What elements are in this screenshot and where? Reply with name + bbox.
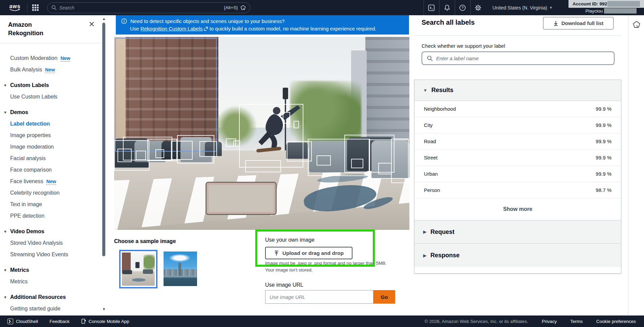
sample-image-street[interactable] xyxy=(119,250,157,288)
detection-box xyxy=(199,141,217,157)
mini-car xyxy=(143,269,153,274)
download-full-list-button[interactable]: Download full list xyxy=(543,17,614,29)
sidebar-item-facial-analysis[interactable]: Facial analysis xyxy=(0,153,101,164)
aws-logo-text: aws xyxy=(9,4,20,9)
region-selector[interactable]: United States (N. Virginia) ▼ xyxy=(486,5,560,10)
cloudshell-icon: ❯_ xyxy=(7,319,13,324)
svg-text:?: ? xyxy=(461,6,464,10)
search-placeholder: Search xyxy=(59,5,224,10)
sidebar-item-label: Use Custom Labels xyxy=(10,91,58,103)
results-section-header[interactable]: ▼ Results xyxy=(414,80,621,101)
custom-labels-link[interactable]: Rekognition Custom Labels xyxy=(141,26,202,31)
sidebar-item-metrics[interactable]: Metrics xyxy=(0,276,101,287)
search-icon xyxy=(427,56,433,61)
sidebar-section-video-demos[interactable]: ▼Video Demos xyxy=(0,226,101,237)
check-label-text: Check whether we support your label xyxy=(422,43,505,49)
top-nav: aws Search [Alt+S] xyxy=(0,0,644,15)
copyright: © 2026, Amazon Web Services, Inc. or its… xyxy=(425,319,528,324)
feedback-button[interactable]: Feedback xyxy=(49,319,69,324)
divider xyxy=(27,3,27,12)
sidebar-scrollbar[interactable]: ▲ ▼ xyxy=(101,15,107,315)
footer-link-privacy[interactable]: Privacy xyxy=(542,319,557,324)
new-badge: New xyxy=(61,55,70,62)
sidebar-item-label: Metrics xyxy=(10,264,29,276)
detection-box xyxy=(245,160,281,172)
mini-shadow xyxy=(132,278,146,282)
sample-image-skyline[interactable] xyxy=(164,252,197,286)
console-search-input[interactable]: Search [Alt+S] xyxy=(47,2,250,13)
label-detection-image[interactable] xyxy=(114,37,409,230)
result-label: Street xyxy=(424,155,437,160)
sidebar-item-custom-moderation[interactable]: Custom ModerationNew xyxy=(0,52,101,64)
scroll-up-icon[interactable]: ▲ xyxy=(102,17,106,21)
results-card: ▼ Results Neighborhood99.9 %City99.9 %Ro… xyxy=(414,80,621,274)
upload-note: Your image isn't stored. xyxy=(265,267,313,272)
result-confidence: 98.7 % xyxy=(596,187,611,193)
search-icon xyxy=(51,5,57,10)
external-link-icon xyxy=(204,27,208,31)
mini-cloud xyxy=(170,254,190,262)
notifications-bell-icon[interactable] xyxy=(439,0,455,15)
sidebar-section-metrics[interactable]: ▼Metrics xyxy=(0,264,101,276)
upload-button[interactable]: Upload or drag and drop xyxy=(265,247,352,259)
sidebar-item-streaming-video-events[interactable]: Streaming Video Events xyxy=(0,249,101,260)
cloudshell-button[interactable]: ❯_ CloudShell xyxy=(7,319,38,324)
image-url-input[interactable]: Use image URL xyxy=(265,290,373,304)
sidebar-item-use-custom-labels[interactable]: Use Custom Labels xyxy=(0,91,101,103)
sidebar-item-getting-started-guide[interactable]: Getting started guide xyxy=(0,303,101,314)
sidebar-item-text-in-image[interactable]: Text in image xyxy=(0,199,101,210)
response-section-header[interactable]: ▶ Response xyxy=(414,243,621,267)
detection-box xyxy=(378,163,392,174)
detection-box xyxy=(317,155,331,166)
sidebar-item-face-liveness[interactable]: Face livenessNew xyxy=(0,176,101,187)
settings-gear-icon[interactable] xyxy=(470,0,486,15)
mini-tower xyxy=(178,263,181,276)
sidebar-item-image-properties[interactable]: Image properties xyxy=(0,130,101,141)
footer-link-terms[interactable]: Terms xyxy=(570,319,583,324)
aws-logo[interactable]: aws xyxy=(7,4,22,12)
label-search-input[interactable]: Enter a label name xyxy=(422,51,615,65)
sidebar-item-label: Custom Moderation xyxy=(10,52,58,64)
sidebar-section-custom-labels[interactable]: ▼Custom Labels xyxy=(0,80,101,91)
result-row-person: Person98.7 % xyxy=(414,182,621,198)
account-menu[interactable]: Playclou xyxy=(585,8,603,14)
console-mobile-app-button[interactable]: Console Mobile App xyxy=(81,319,129,324)
scrollbar-thumb[interactable] xyxy=(102,23,105,256)
sidebar-item-face-comparison[interactable]: Face comparison xyxy=(0,164,101,176)
sidebar-item-image-moderation[interactable]: Image moderation xyxy=(0,141,101,153)
chevron-down-icon: ▼ xyxy=(3,264,7,276)
mini-person xyxy=(135,262,139,268)
info-icon xyxy=(121,18,127,24)
show-more-link[interactable]: Show more xyxy=(414,198,621,220)
sidebar-section-additional-resources[interactable]: ▼Additional Resources xyxy=(0,291,101,303)
chevron-down-icon: ▼ xyxy=(3,80,7,91)
result-row-city: City99.9 % xyxy=(414,117,621,133)
sidebar-item-label: Text in image xyxy=(10,199,42,210)
sidebar-item-label-detection[interactable]: Label detection xyxy=(0,118,101,130)
go-button[interactable]: Go xyxy=(373,290,395,304)
scroll-down-icon[interactable]: ▼ xyxy=(102,307,106,311)
own-image-heading: Use your own image xyxy=(265,237,315,243)
sidebar-section-demos[interactable]: ▼Demos xyxy=(0,107,101,118)
detection-box xyxy=(115,38,217,152)
cloudshell-icon[interactable] xyxy=(424,0,439,15)
sidebar-item-stored-video-analysis[interactable]: Stored Video Analysis xyxy=(0,237,101,249)
chevron-down-icon: ▼ xyxy=(549,6,553,9)
sidebar-item-bulk-analysis[interactable]: Bulk AnalysisNew xyxy=(0,64,101,75)
close-icon[interactable]: ✕ xyxy=(89,21,95,38)
help-icon[interactable]: ? xyxy=(455,0,470,15)
sidebar-item-celebrity-recognition[interactable]: Celebrity recognition xyxy=(0,187,101,199)
detection-box xyxy=(155,149,164,158)
detection-box xyxy=(117,149,132,162)
mobile-app-label: Console Mobile App xyxy=(89,319,129,324)
services-grid-icon[interactable] xyxy=(32,4,39,11)
sidebar-item-ppe-detection[interactable]: PPE detection xyxy=(0,210,101,222)
sidebar-item-label: Label detection xyxy=(10,118,50,130)
footer-links: PrivacyTermsCookie preferences xyxy=(542,319,636,324)
sidebar-item-label: Custom Labels xyxy=(10,80,49,91)
amazon-q-panel-icon[interactable] xyxy=(632,21,641,29)
chevron-down-icon: ▼ xyxy=(3,107,7,118)
search-shortcut: [Alt+S] xyxy=(224,5,238,10)
footer-link-cookie-preferences[interactable]: Cookie preferences xyxy=(596,319,636,324)
request-section-header[interactable]: ▶ Request xyxy=(414,220,621,243)
